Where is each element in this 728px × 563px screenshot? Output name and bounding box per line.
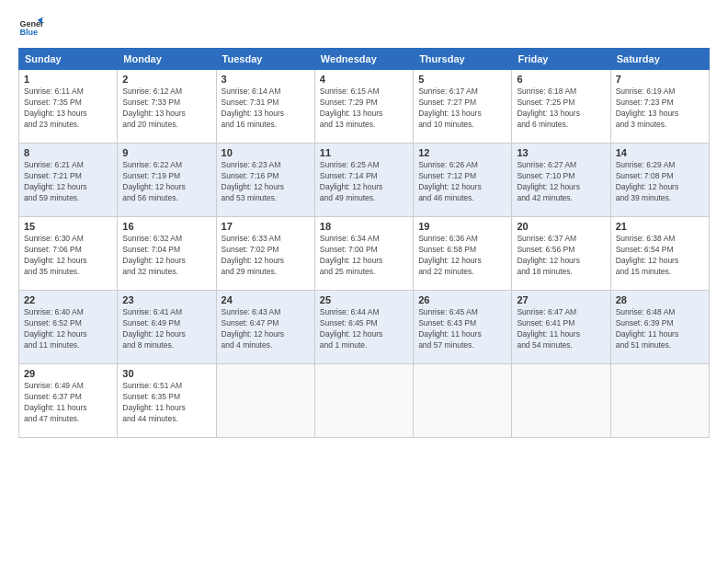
day-info: Sunrise: 6:18 AM Sunset: 7:25 PM Dayligh… — [517, 86, 605, 131]
day-info: Sunrise: 6:49 AM Sunset: 6:37 PM Dayligh… — [24, 381, 112, 425]
logo: General Blue — [18, 15, 46, 40]
calendar-cell: 16Sunrise: 6:32 AM Sunset: 7:04 PM Dayli… — [118, 217, 216, 291]
calendar-table: SundayMondayTuesdayWednesdayThursdayFrid… — [18, 48, 710, 438]
week-row-1: 1Sunrise: 6:11 AM Sunset: 7:35 PM Daylig… — [19, 70, 710, 144]
calendar-cell: 5Sunrise: 6:17 AM Sunset: 7:27 PM Daylig… — [414, 70, 512, 144]
day-info: Sunrise: 6:30 AM Sunset: 7:06 PM Dayligh… — [24, 234, 112, 278]
page: General Blue SundayMondayTuesdayWednesda… — [0, 0, 728, 563]
day-info: Sunrise: 6:25 AM Sunset: 7:14 PM Dayligh… — [320, 160, 408, 204]
day-number: 7 — [616, 74, 704, 85]
day-info: Sunrise: 6:37 AM Sunset: 6:56 PM Dayligh… — [517, 234, 605, 278]
day-info: Sunrise: 6:44 AM Sunset: 6:45 PM Dayligh… — [320, 307, 408, 351]
day-number: 23 — [122, 294, 210, 305]
calendar-cell: 12Sunrise: 6:26 AM Sunset: 7:12 PM Dayli… — [414, 144, 512, 217]
day-info: Sunrise: 6:36 AM Sunset: 6:58 PM Dayligh… — [418, 234, 506, 278]
day-info: Sunrise: 6:29 AM Sunset: 7:08 PM Dayligh… — [616, 160, 704, 204]
calendar-cell: 20Sunrise: 6:37 AM Sunset: 6:56 PM Dayli… — [512, 217, 610, 291]
day-info: Sunrise: 6:11 AM Sunset: 7:35 PM Dayligh… — [24, 86, 112, 131]
day-info: Sunrise: 6:32 AM Sunset: 7:04 PM Dayligh… — [122, 234, 210, 278]
calendar-cell — [216, 364, 314, 438]
calendar-cell: 11Sunrise: 6:25 AM Sunset: 7:14 PM Dayli… — [314, 144, 413, 217]
calendar-cell — [512, 364, 610, 438]
col-header-friday: Friday — [512, 49, 610, 70]
day-info: Sunrise: 6:12 AM Sunset: 7:33 PM Dayligh… — [122, 86, 210, 131]
day-info: Sunrise: 6:33 AM Sunset: 7:02 PM Dayligh… — [222, 234, 310, 278]
day-number: 24 — [222, 294, 310, 305]
day-number: 29 — [24, 368, 112, 379]
day-info: Sunrise: 6:51 AM Sunset: 6:35 PM Dayligh… — [122, 381, 210, 425]
week-row-5: 29Sunrise: 6:49 AM Sunset: 6:37 PM Dayli… — [19, 364, 710, 438]
calendar-cell: 1Sunrise: 6:11 AM Sunset: 7:35 PM Daylig… — [19, 70, 118, 144]
calendar-cell: 19Sunrise: 6:36 AM Sunset: 6:58 PM Dayli… — [414, 217, 512, 291]
day-number: 30 — [122, 368, 210, 379]
calendar-cell: 4Sunrise: 6:15 AM Sunset: 7:29 PM Daylig… — [314, 70, 413, 144]
col-header-monday: Monday — [118, 49, 216, 70]
day-info: Sunrise: 6:22 AM Sunset: 7:19 PM Dayligh… — [122, 160, 210, 204]
calendar-cell: 3Sunrise: 6:14 AM Sunset: 7:31 PM Daylig… — [216, 70, 314, 144]
calendar-cell: 14Sunrise: 6:29 AM Sunset: 7:08 PM Dayli… — [610, 144, 709, 217]
day-info: Sunrise: 6:19 AM Sunset: 7:23 PM Dayligh… — [616, 86, 704, 131]
day-number: 26 — [418, 294, 506, 305]
day-info: Sunrise: 6:14 AM Sunset: 7:31 PM Dayligh… — [222, 86, 310, 131]
day-number: 14 — [616, 147, 704, 158]
svg-text:Blue: Blue — [19, 28, 38, 37]
day-number: 9 — [122, 147, 210, 158]
calendar-cell: 9Sunrise: 6:22 AM Sunset: 7:19 PM Daylig… — [118, 144, 216, 217]
day-number: 21 — [616, 221, 704, 232]
col-header-wednesday: Wednesday — [314, 49, 413, 70]
header-row: SundayMondayTuesdayWednesdayThursdayFrid… — [19, 49, 710, 70]
day-number: 2 — [122, 74, 210, 85]
calendar-cell: 7Sunrise: 6:19 AM Sunset: 7:23 PM Daylig… — [610, 70, 709, 144]
day-number: 5 — [418, 74, 506, 85]
day-number: 15 — [24, 221, 112, 232]
week-row-3: 15Sunrise: 6:30 AM Sunset: 7:06 PM Dayli… — [19, 217, 710, 291]
day-number: 4 — [320, 74, 408, 85]
day-info: Sunrise: 6:43 AM Sunset: 6:47 PM Dayligh… — [222, 307, 310, 351]
day-info: Sunrise: 6:38 AM Sunset: 6:54 PM Dayligh… — [616, 234, 704, 278]
day-number: 19 — [418, 221, 506, 232]
calendar-cell: 22Sunrise: 6:40 AM Sunset: 6:52 PM Dayli… — [19, 291, 118, 364]
day-number: 10 — [222, 147, 310, 158]
calendar-cell: 18Sunrise: 6:34 AM Sunset: 7:00 PM Dayli… — [314, 217, 413, 291]
day-number: 27 — [517, 294, 605, 305]
day-number: 11 — [320, 147, 408, 158]
calendar-cell: 2Sunrise: 6:12 AM Sunset: 7:33 PM Daylig… — [118, 70, 216, 144]
col-header-saturday: Saturday — [610, 49, 709, 70]
day-info: Sunrise: 6:40 AM Sunset: 6:52 PM Dayligh… — [24, 307, 112, 351]
calendar-cell — [414, 364, 512, 438]
calendar-cell: 30Sunrise: 6:51 AM Sunset: 6:35 PM Dayli… — [118, 364, 216, 438]
day-number: 13 — [517, 147, 605, 158]
day-number: 8 — [24, 147, 112, 158]
calendar-cell: 17Sunrise: 6:33 AM Sunset: 7:02 PM Dayli… — [216, 217, 314, 291]
header: General Blue — [18, 15, 710, 40]
day-number: 17 — [222, 221, 310, 232]
day-info: Sunrise: 6:34 AM Sunset: 7:00 PM Dayligh… — [320, 234, 408, 278]
calendar-cell: 25Sunrise: 6:44 AM Sunset: 6:45 PM Dayli… — [314, 291, 413, 364]
day-number: 20 — [517, 221, 605, 232]
week-row-2: 8Sunrise: 6:21 AM Sunset: 7:21 PM Daylig… — [19, 144, 710, 217]
day-info: Sunrise: 6:17 AM Sunset: 7:27 PM Dayligh… — [418, 86, 506, 131]
calendar-cell: 13Sunrise: 6:27 AM Sunset: 7:10 PM Dayli… — [512, 144, 610, 217]
day-number: 28 — [616, 294, 704, 305]
day-number: 16 — [122, 221, 210, 232]
day-number: 25 — [320, 294, 408, 305]
day-info: Sunrise: 6:45 AM Sunset: 6:43 PM Dayligh… — [418, 307, 506, 351]
logo-icon: General Blue — [18, 15, 44, 40]
day-number: 3 — [222, 74, 310, 85]
day-info: Sunrise: 6:27 AM Sunset: 7:10 PM Dayligh… — [517, 160, 605, 204]
day-number: 1 — [24, 74, 112, 85]
day-info: Sunrise: 6:26 AM Sunset: 7:12 PM Dayligh… — [418, 160, 506, 204]
calendar-cell — [314, 364, 413, 438]
day-number: 6 — [517, 74, 605, 85]
day-info: Sunrise: 6:21 AM Sunset: 7:21 PM Dayligh… — [24, 160, 112, 204]
day-info: Sunrise: 6:48 AM Sunset: 6:39 PM Dayligh… — [616, 307, 704, 351]
day-info: Sunrise: 6:41 AM Sunset: 6:49 PM Dayligh… — [122, 307, 210, 351]
calendar-cell: 27Sunrise: 6:47 AM Sunset: 6:41 PM Dayli… — [512, 291, 610, 364]
day-number: 18 — [320, 221, 408, 232]
day-number: 12 — [418, 147, 506, 158]
calendar-cell: 23Sunrise: 6:41 AM Sunset: 6:49 PM Dayli… — [118, 291, 216, 364]
calendar-cell: 10Sunrise: 6:23 AM Sunset: 7:16 PM Dayli… — [216, 144, 314, 217]
calendar-cell — [610, 364, 709, 438]
calendar-cell: 8Sunrise: 6:21 AM Sunset: 7:21 PM Daylig… — [19, 144, 118, 217]
calendar-cell: 6Sunrise: 6:18 AM Sunset: 7:25 PM Daylig… — [512, 70, 610, 144]
